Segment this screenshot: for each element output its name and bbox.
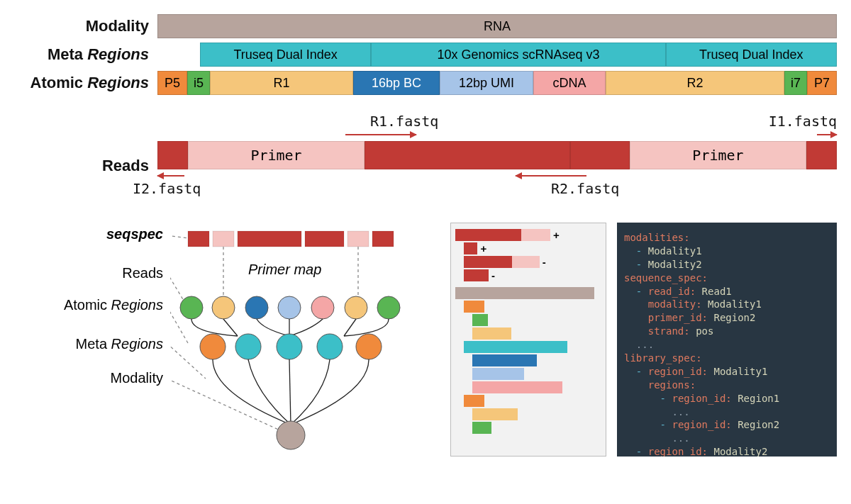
label-meta: Meta Regions <box>14 45 157 64</box>
seg-meta-1: Truseq Dual Index <box>200 43 371 67</box>
seg-p7: P7 <box>807 71 837 95</box>
bar-meta: Truseq Dual Index 10x Genomics scRNAseq … <box>200 43 837 67</box>
seg-r2: R2 <box>606 71 784 95</box>
bottom-section: seqspec Reads Atomic Regions Meta Region… <box>14 223 837 464</box>
seg-meta-2: 10x Genomics scRNAseq v3 <box>371 43 665 67</box>
tree-area: seqspec Reads Atomic Regions Meta Region… <box>14 223 440 464</box>
rseg-mid-dark-1 <box>365 141 570 169</box>
row-reads: Reads R1.fastq I1.fastq Primer Primer I2… <box>14 113 837 205</box>
svg-rect-6 <box>213 231 234 247</box>
tl-seqspec: seqspec <box>106 226 163 242</box>
label-r1-fastq: R1.fastq <box>370 113 438 130</box>
arrow-i1 <box>817 134 837 135</box>
seg-rna: RNA <box>157 14 837 38</box>
svg-rect-8 <box>305 231 344 247</box>
svg-point-17 <box>311 296 334 319</box>
rseg-primer-2: Primer <box>630 141 806 169</box>
arrow-r1 <box>345 134 416 135</box>
row-meta: Meta Regions Truseq Dual Index 10x Genom… <box>14 43 837 67</box>
label-reads: Reads <box>14 157 157 175</box>
svg-point-22 <box>277 334 302 359</box>
seg-umi: 12bp UMI <box>440 71 533 95</box>
svg-point-19 <box>377 296 400 319</box>
seg-cdna: cDNA <box>533 71 606 95</box>
svg-point-21 <box>235 334 261 359</box>
seg-i5: i5 <box>187 71 210 95</box>
rseg-left-dark <box>157 141 188 169</box>
svg-line-0 <box>170 235 188 238</box>
label-modality: Modality <box>14 17 157 35</box>
svg-point-14 <box>212 296 235 319</box>
seg-r1: R1 <box>210 71 353 95</box>
tree-svg <box>170 223 440 464</box>
panel-mid: + + - - <box>450 223 606 457</box>
tl-atomic: Atomic Regions <box>64 297 163 313</box>
arrow-r2 <box>516 175 586 177</box>
svg-point-15 <box>245 296 268 319</box>
svg-point-24 <box>356 334 382 359</box>
seg-bc: 16bp BC <box>353 71 440 95</box>
svg-rect-9 <box>347 231 369 247</box>
label-atomic: Atomic Regions <box>14 74 157 92</box>
reads-bar: Primer Primer <box>157 141 837 169</box>
svg-rect-10 <box>372 231 394 247</box>
panel-code: modalities: - Modality1 - Modality2 sequ… <box>617 223 837 457</box>
svg-rect-5 <box>188 231 209 247</box>
arrow-i2 <box>157 175 184 177</box>
svg-rect-7 <box>238 231 301 247</box>
label-i1-fastq: I1.fastq <box>769 113 837 130</box>
svg-line-4 <box>170 379 291 435</box>
svg-point-13 <box>180 296 203 319</box>
svg-point-18 <box>345 296 367 319</box>
row-atomic: Atomic Regions P5 i5 R1 16bp BC 12bp UMI… <box>14 71 837 95</box>
reads-track: R1.fastq I1.fastq Primer Primer I2.fastq… <box>157 113 837 205</box>
svg-point-25 <box>277 421 305 449</box>
tl-meta: Meta Regions <box>76 336 163 352</box>
tl-reads: Reads <box>122 265 163 281</box>
svg-point-20 <box>200 334 226 359</box>
bar-atomic: P5 i5 R1 16bp BC 12bp UMI cDNA R2 i7 P7 <box>157 71 837 95</box>
label-r2-fastq: R2.fastq <box>551 180 619 197</box>
label-i2-fastq: I2.fastq <box>133 180 201 197</box>
svg-point-16 <box>278 296 301 319</box>
svg-point-23 <box>317 334 343 359</box>
rseg-mid-dark-2 <box>570 141 630 169</box>
bar-modality: RNA <box>157 14 837 38</box>
seg-meta-3: Truseq Dual Index <box>666 43 837 67</box>
rseg-right-dark <box>806 141 837 169</box>
seg-p5: P5 <box>157 71 187 95</box>
rseg-primer-1: Primer <box>188 141 365 169</box>
seg-i7: i7 <box>784 71 807 95</box>
tl-modality: Modality <box>111 370 163 386</box>
row-modality: Modality RNA <box>14 14 837 38</box>
